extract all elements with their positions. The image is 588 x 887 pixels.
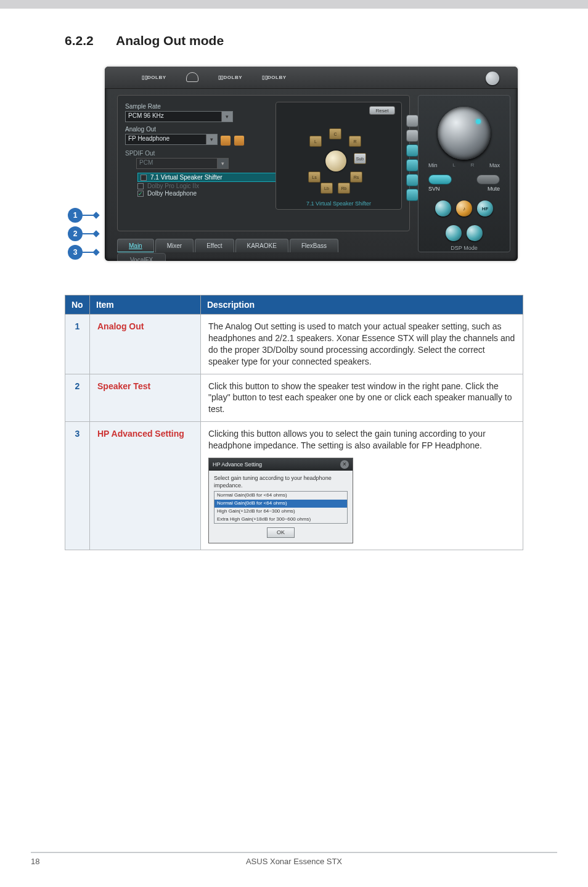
dsp-mode-button[interactable]: ♪ <box>456 200 472 217</box>
dolby-logo: ▯▯DOLBY <box>142 75 166 80</box>
vol-up-button[interactable] <box>406 115 419 127</box>
dsp-mode-button[interactable] <box>435 200 451 217</box>
rotate-button[interactable] <box>406 144 419 157</box>
speaker-rs[interactable]: Rs <box>350 171 362 183</box>
col-item: Item <box>90 295 201 315</box>
hp-advanced-button[interactable] <box>234 135 245 146</box>
table-row: 3 HP Advanced Setting Clicking this butt… <box>65 422 523 550</box>
description-table: No Item Description 1 Analog Out The Ana… <box>65 295 523 550</box>
tab-main[interactable]: Main <box>117 239 154 252</box>
hp-gain-list[interactable]: Normal Gain(0dB for <64 ohms) Normal Gai… <box>214 491 348 524</box>
dsp-hf-button[interactable]: HF <box>477 200 493 217</box>
analog-out-select[interactable]: FP Headphone ▾ <box>125 134 218 145</box>
speaker-left[interactable]: L <box>309 136 322 147</box>
rotate-button[interactable] <box>406 159 419 171</box>
speaker-right[interactable]: R <box>349 136 361 147</box>
svn-label: SVN <box>428 186 440 192</box>
cell-desc: Clicking this button allows you to selec… <box>201 422 523 550</box>
main-settings-pane: Sample Rate PCM 96 KHz ▾ Analog Out FP H… <box>117 95 410 231</box>
dolby-logo: ▯▯DOLBY <box>218 75 243 80</box>
min-label: Min <box>428 162 438 168</box>
speaker-panel-caption: 7.1 Virtual Speaker Shifter <box>276 200 401 207</box>
hp-option[interactable]: High Gain(+12dB for 64~300 ohms) <box>214 508 347 516</box>
mute-label: Mute <box>488 186 500 192</box>
col-no: No <box>65 295 90 315</box>
page: 6.2.2 Analog Out mode 1 2 3 ▯▯DOLBY ▯▯DO… <box>0 9 588 887</box>
hp-option[interactable]: Normal Gain(0dB for <64 ohms) <box>214 492 347 500</box>
cell-item: Analog Out <box>90 315 201 374</box>
r-label: R <box>470 162 474 168</box>
callout-bubbles: 1 2 3 <box>68 208 83 260</box>
cell-item: HP Advanced Setting <box>90 422 201 550</box>
col-desc: Description <box>201 295 523 315</box>
checkbox-icon <box>137 191 144 197</box>
speaker-side-buttons <box>406 115 419 201</box>
tab-vocalfx[interactable]: VocalFX <box>117 253 166 261</box>
callout-3: 3 <box>68 245 83 260</box>
audio-center-window: ▯▯DOLBY ▯▯DOLBY ▯▯DOLBY Sample Rate PCM … <box>105 67 518 261</box>
l-label: L <box>452 162 455 168</box>
screenshot-area: 1 2 3 ▯▯DOLBY ▯▯DOLBY ▯▯DOLBY Sample Rat… <box>68 67 523 261</box>
tab-mixer[interactable]: Mixer <box>155 239 194 252</box>
cell-no: 1 <box>65 315 90 374</box>
page-number: 18 <box>31 857 55 866</box>
dsp-mode-button[interactable] <box>446 225 462 241</box>
speaker-shifter-pane: Reset C L R Sub Ls Rs Lb Rb <box>276 102 402 210</box>
tab-karaoke[interactable]: KARAOKE <box>235 239 288 252</box>
close-icon[interactable]: × <box>340 460 349 469</box>
cell-desc: The Analog Out setting is used to match … <box>201 315 523 374</box>
bottom-tabs: Main Mixer Effect KARAOKE FlexBass <box>117 239 338 252</box>
chevron-down-icon: ▾ <box>221 112 232 122</box>
dolby-logo: ▯▯DOLBY <box>262 75 287 80</box>
hp-dialog-text: Select gain tuning according to your hea… <box>214 474 348 489</box>
cell-no: 2 <box>65 374 90 422</box>
cell-desc: Click this button to show the speaker te… <box>201 374 523 422</box>
sample-rate-select[interactable]: PCM 96 KHz ▾ <box>125 111 233 122</box>
section-title-text: Analog Out mode <box>116 33 224 47</box>
section-heading: 6.2.2 Analog Out mode <box>65 33 523 48</box>
page-footer: 18 ASUS Xonar Essence STX <box>31 852 557 866</box>
volume-knob[interactable] <box>438 107 491 160</box>
spdif-out-select[interactable]: PCM ▾ <box>136 158 229 169</box>
checkbox-icon <box>141 175 147 181</box>
table-row: 1 Analog Out The Analog Out setting is u… <box>65 315 523 374</box>
reset-pos-button[interactable] <box>406 189 419 201</box>
hp-dialog-title: HP Advance Setting <box>213 461 262 468</box>
window-header: ▯▯DOLBY ▯▯DOLBY ▯▯DOLBY <box>105 67 518 89</box>
callout-1: 1 <box>68 208 83 223</box>
hp-advance-dialog: HP Advance Setting × Select gain tuning … <box>208 458 353 543</box>
speaker-center[interactable]: C <box>329 128 341 139</box>
callout-2: 2 <box>68 226 83 241</box>
ok-button[interactable]: OK <box>267 527 295 537</box>
speaker-sub[interactable]: Sub <box>354 153 366 164</box>
mute-toggle[interactable] <box>476 175 500 184</box>
hp-option[interactable]: Extra High Gain(+18dB for 300~600 ohms) <box>214 516 347 524</box>
knob-indicator <box>476 119 481 124</box>
loop-button[interactable] <box>406 174 419 186</box>
headphone-icon <box>186 72 198 82</box>
footer-title: ASUS Xonar Essence STX <box>55 857 533 866</box>
table-row: 2 Speaker Test Click this button to show… <box>65 374 523 422</box>
checkbox-icon <box>137 183 144 189</box>
reset-button[interactable]: Reset <box>369 106 395 115</box>
speaker-rb[interactable]: Rb <box>338 183 350 194</box>
listener-head-icon[interactable] <box>325 151 346 171</box>
vol-down-button[interactable] <box>406 130 419 142</box>
tab-effect[interactable]: Effect <box>195 239 234 252</box>
volume-pane: Min L R Max SVN Mute ♪ <box>418 95 510 252</box>
hp-option-selected[interactable]: Normal Gain(0dB for <64 ohms) <box>214 500 347 508</box>
max-label: Max <box>489 162 500 168</box>
cell-no: 3 <box>65 422 90 550</box>
tab-flexbass[interactable]: FlexBass <box>290 239 338 252</box>
dsp-mode-button[interactable] <box>467 225 483 241</box>
dsp-mode-label: DSP Mode <box>426 245 502 251</box>
chevron-down-icon: ▾ <box>206 134 217 144</box>
svn-toggle[interactable] <box>428 175 452 184</box>
speaker-lb[interactable]: Lb <box>321 183 333 194</box>
chevron-down-icon: ▾ <box>217 159 228 168</box>
section-number: 6.2.2 <box>65 33 113 48</box>
window-top-bar <box>0 0 588 9</box>
collapse-button[interactable] <box>486 72 499 85</box>
speaker-ls[interactable]: Ls <box>308 171 321 183</box>
speaker-test-button[interactable] <box>220 135 231 146</box>
